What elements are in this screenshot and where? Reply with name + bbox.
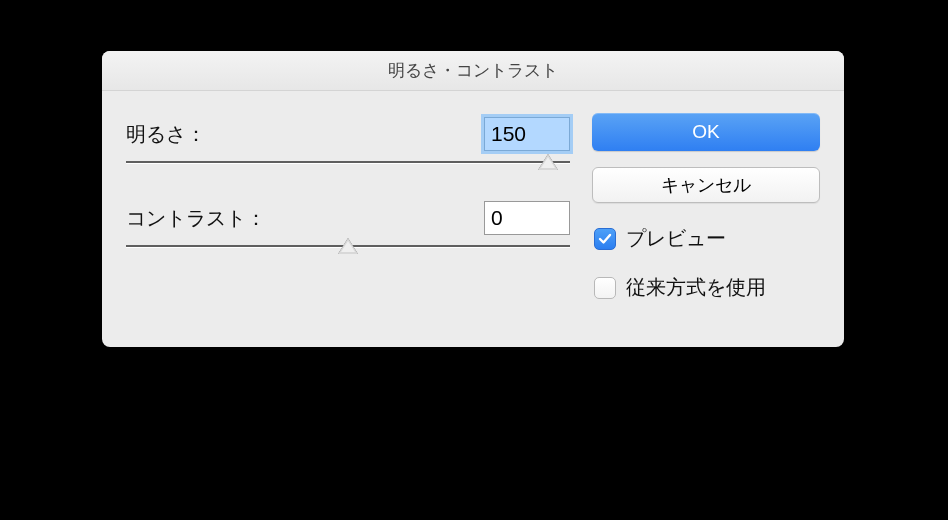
brightness-input[interactable] bbox=[484, 117, 570, 151]
dialog-title: 明るさ・コントラスト bbox=[102, 51, 844, 91]
legacy-checkbox[interactable] bbox=[594, 277, 616, 299]
brightness-contrast-dialog: 明るさ・コントラスト 明るさ： コントラスト： OK キャンセル bbox=[102, 51, 844, 347]
contrast-slider[interactable] bbox=[126, 241, 570, 271]
brightness-row: 明るさ： bbox=[126, 117, 570, 151]
slider-track bbox=[126, 161, 570, 163]
contrast-label: コントラスト： bbox=[126, 205, 266, 232]
preview-checkbox[interactable] bbox=[594, 228, 616, 250]
preview-row: プレビュー bbox=[592, 225, 820, 252]
slider-thumb-icon[interactable] bbox=[338, 238, 358, 254]
cancel-button[interactable]: キャンセル bbox=[592, 167, 820, 203]
brightness-label: 明るさ： bbox=[126, 121, 206, 148]
preview-label: プレビュー bbox=[626, 225, 726, 252]
contrast-input[interactable] bbox=[484, 201, 570, 235]
checkmark-icon bbox=[597, 231, 613, 247]
legacy-label: 従来方式を使用 bbox=[626, 274, 766, 301]
contrast-row: コントラスト： bbox=[126, 201, 570, 235]
action-column: OK キャンセル プレビュー 従来方式を使用 bbox=[592, 113, 820, 323]
brightness-slider[interactable] bbox=[126, 157, 570, 187]
slider-thumb-icon[interactable] bbox=[538, 154, 558, 170]
ok-button[interactable]: OK bbox=[592, 113, 820, 151]
dialog-body: 明るさ： コントラスト： OK キャンセル bbox=[102, 91, 844, 347]
controls-column: 明るさ： コントラスト： bbox=[126, 113, 570, 323]
legacy-row: 従来方式を使用 bbox=[592, 274, 820, 301]
